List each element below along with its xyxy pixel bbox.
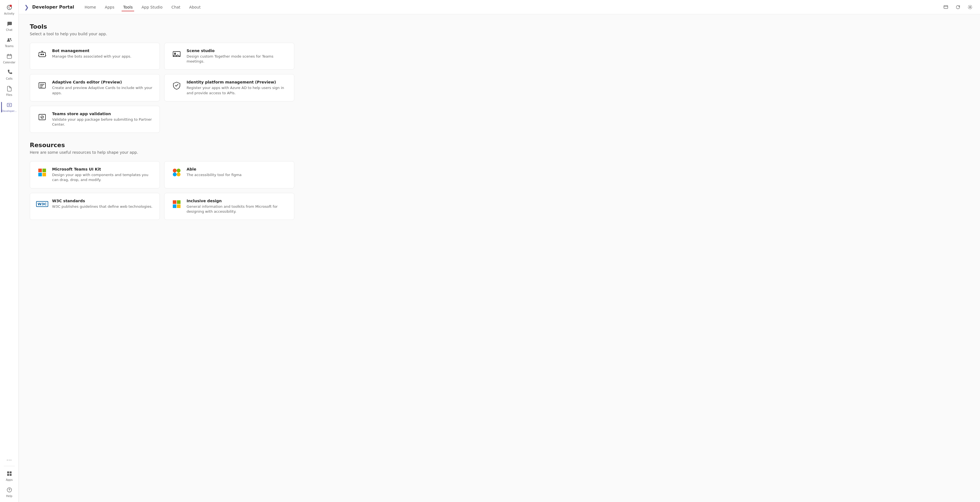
- svg-point-27: [177, 168, 180, 173]
- sidebar-item-teams[interactable]: Teams: [1, 35, 18, 50]
- topnav-link-chat[interactable]: Chat: [167, 3, 185, 11]
- card-inclusive-design[interactable]: Inclusive design General information and…: [164, 193, 294, 220]
- bot-management-desc: Manage the bots associated with your app…: [52, 54, 153, 59]
- sidebar-item-calendar[interactable]: Calendar: [1, 51, 18, 66]
- svg-rect-30: [173, 200, 177, 204]
- inclusive-design-text: Inclusive design General information and…: [186, 199, 288, 214]
- topnav-link-tools[interactable]: Tools: [119, 3, 137, 11]
- sidebar-item-more[interactable]: ...: [1, 453, 18, 464]
- topnav-link-about[interactable]: About: [186, 3, 205, 11]
- topnav-right: [942, 3, 975, 11]
- teams-store-validation-text: Teams store app validation Validate your…: [52, 111, 153, 127]
- svg-point-13: [969, 6, 971, 8]
- card-bot-management[interactable]: Bot management Manage the bots associate…: [30, 43, 160, 70]
- topnav-link-app-studio[interactable]: App Studio: [137, 3, 166, 11]
- sidebar-item-label-chat: Chat: [6, 29, 13, 32]
- resources-title: Resources: [30, 141, 969, 148]
- bot-management-title: Bot management: [52, 49, 153, 53]
- sidebar-item-activity[interactable]: Activity: [1, 2, 18, 17]
- adaptive-cards-desc: Create and preview Adaptive Cards to inc…: [52, 86, 153, 95]
- teams-icon: [6, 37, 13, 44]
- sidebar-item-label-calendar: Calendar: [3, 61, 16, 64]
- svg-rect-12: [944, 5, 948, 8]
- card-teams-store-validation[interactable]: Teams store app validation Validate your…: [30, 106, 160, 133]
- notification-btn[interactable]: [942, 3, 950, 11]
- card-identity-platform[interactable]: Identity platform management (Preview) R…: [164, 74, 294, 101]
- sidebar-item-help[interactable]: Help: [1, 485, 18, 500]
- svg-rect-9: [10, 474, 11, 476]
- sidebar-item-label-teams: Teams: [5, 44, 14, 48]
- bot-management-text: Bot management Manage the bots associate…: [52, 49, 153, 59]
- svg-rect-14: [39, 52, 46, 57]
- identity-platform-desc: Register your apps with Azure AD to help…: [186, 86, 288, 95]
- more-label: ...: [6, 456, 12, 462]
- topnav-link-apps[interactable]: Apps: [101, 3, 118, 11]
- svg-point-26: [173, 168, 177, 173]
- topnav-link-home[interactable]: Home: [81, 3, 100, 11]
- ms-teams-ui-kit-title: Microsoft Teams UI Kit: [52, 167, 153, 172]
- adaptive-cards-title: Adaptive Cards editor (Preview): [52, 80, 153, 84]
- sidebar-item-label-activity: Activity: [4, 12, 14, 15]
- refresh-btn[interactable]: [953, 3, 963, 11]
- svg-point-11: [9, 491, 10, 491]
- svg-point-18: [174, 52, 176, 54]
- svg-rect-24: [38, 173, 42, 176]
- ms-teams-ui-kit-text: Microsoft Teams UI Kit Design your app w…: [52, 167, 153, 183]
- ms-teams-ui-kit-desc: Design your app with components and temp…: [52, 173, 153, 183]
- svg-rect-19: [39, 83, 46, 88]
- inclusive-design-desc: General information and toolkits from Mi…: [186, 204, 288, 214]
- card-scene-studio[interactable]: Scene studio Design custom Together mode…: [164, 43, 294, 70]
- adaptive-cards-text: Adaptive Cards editor (Preview) Create a…: [52, 80, 153, 95]
- svg-point-2: [10, 38, 11, 40]
- card-able[interactable]: Able The accessibility tool for figma: [164, 161, 294, 188]
- teams-store-validation-icon: [37, 111, 48, 122]
- w3c-badge-text: W3C: [36, 201, 48, 207]
- tools-subtitle: Select a tool to help you build your app…: [30, 32, 969, 36]
- sidebar-divider: [4, 466, 15, 466]
- inclusive-design-title: Inclusive design: [186, 199, 288, 203]
- svg-rect-7: [10, 472, 11, 473]
- able-icon-wrap: [171, 167, 182, 178]
- activity-icon: [6, 5, 13, 11]
- sidebar-item-chat[interactable]: Chat: [1, 19, 18, 33]
- svg-point-1: [8, 38, 10, 40]
- card-w3c[interactable]: W3C W3C standards W3C publishes guidelin…: [30, 193, 160, 220]
- help-icon: [6, 487, 13, 494]
- w3c-icon: W3C: [37, 199, 48, 210]
- resources-cards-grid: Microsoft Teams UI Kit Design your app w…: [30, 161, 294, 220]
- sidebar-item-label-files: Files: [6, 94, 13, 97]
- topnav-links: Home Apps Tools App Studio Chat About: [81, 3, 939, 11]
- card-ms-teams-ui-kit[interactable]: Microsoft Teams UI Kit Design your app w…: [30, 161, 160, 188]
- sidebar-item-files[interactable]: Files: [1, 84, 18, 98]
- w3c-text: W3C standards W3C publishes guidelines t…: [52, 199, 153, 209]
- able-title: Able: [186, 167, 288, 172]
- calendar-icon: [6, 53, 13, 60]
- svg-rect-31: [177, 200, 180, 204]
- topnav: ❯ Developer Portal Home Apps Tools App S…: [19, 0, 980, 14]
- svg-rect-22: [38, 168, 42, 172]
- sidebar-item-calls[interactable]: Calls: [1, 67, 18, 83]
- sidebar-item-label-developer: Developer...: [2, 110, 16, 113]
- able-desc: The accessibility tool for figma: [186, 173, 288, 178]
- card-adaptive-cards[interactable]: Adaptive Cards editor (Preview) Create a…: [30, 74, 160, 101]
- topnav-logo: ❯: [24, 4, 29, 11]
- sidebar-item-label-help: Help: [6, 494, 13, 497]
- sidebar-item-apps[interactable]: Apps: [1, 469, 18, 483]
- chat-icon: [6, 21, 13, 27]
- svg-rect-3: [7, 54, 11, 59]
- svg-rect-16: [43, 54, 44, 55]
- identity-platform-text: Identity platform management (Preview) R…: [186, 80, 288, 95]
- bot-management-icon: [37, 49, 48, 59]
- settings-btn[interactable]: [966, 3, 975, 11]
- sidebar-item-label-apps: Apps: [6, 478, 13, 481]
- developer-icon: [6, 102, 13, 109]
- teams-store-validation-desc: Validate your app package before submitt…: [52, 117, 153, 127]
- sidebar-item-developer[interactable]: Developer...: [1, 100, 18, 114]
- sidebar-item-label-calls: Calls: [6, 77, 13, 80]
- scene-studio-icon: [171, 49, 182, 59]
- able-text: Able The accessibility tool for figma: [186, 167, 288, 178]
- w3c-title: W3C standards: [52, 199, 153, 203]
- scene-studio-desc: Design custom Together mode scenes for T…: [186, 54, 288, 64]
- inclusive-design-icon: [171, 199, 182, 210]
- teams-store-validation-title: Teams store app validation: [52, 111, 153, 116]
